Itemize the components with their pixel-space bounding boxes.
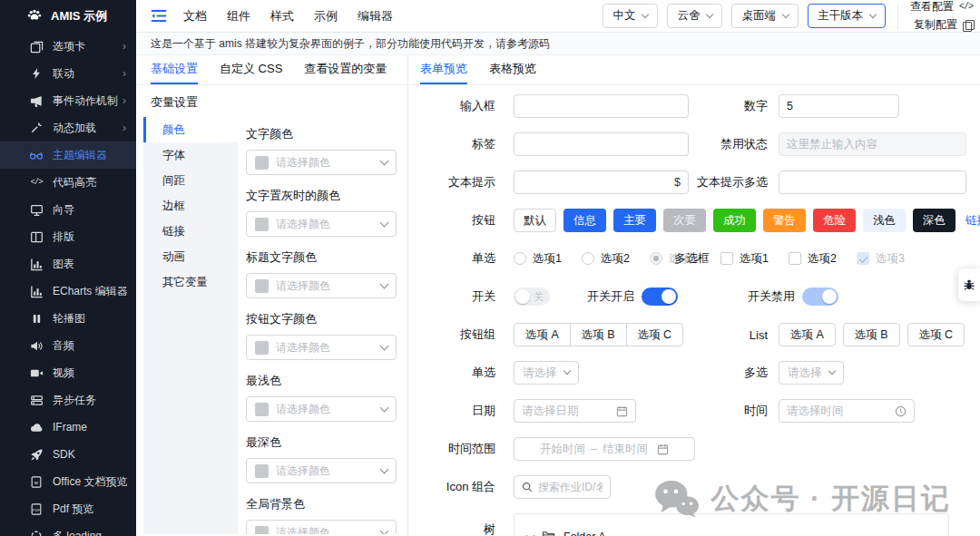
sidebar-item-event-action[interactable]: 事件动作机制 › [0, 87, 136, 114]
checkbox-option[interactable]: 选项2 [789, 251, 837, 267]
tab-custom-css[interactable]: 自定义 CSS [220, 55, 282, 84]
radio-option[interactable]: 选项2 [582, 251, 630, 267]
loading-icon [29, 529, 44, 536]
light-button[interactable]: 浅色 [863, 209, 906, 232]
chevron-down-icon [380, 156, 389, 165]
form-row: 日期 请选择日期 时间 请选择时间 [409, 399, 980, 423]
version-dropdown[interactable]: 主干版本 [808, 4, 886, 28]
sidebar-item-iframe[interactable]: IFrame [0, 414, 136, 441]
color-picker-input[interactable]: 请选择颜色 [246, 211, 397, 237]
color-picker-input[interactable]: 请选择颜色 [246, 273, 397, 298]
color-swatch [255, 341, 269, 355]
sidebar-item-async-task[interactable]: 异步任务 [0, 386, 136, 414]
tree-node-label[interactable]: Folder A [564, 531, 606, 536]
debug-toggle-button[interactable] [958, 268, 980, 301]
sidebar-item-chart[interactable]: 图表 [0, 250, 136, 278]
theme-dropdown[interactable]: 云舍 [667, 4, 722, 28]
top-header: 文档 组件 样式 示例 编辑器 中文 云舍 桌面端 主干版本 查看配置 </> [136, 0, 980, 33]
primary-button[interactable]: 主要 [613, 209, 656, 232]
tab-basic-settings[interactable]: 基础设置 [151, 55, 198, 84]
nav-styles[interactable]: 样式 [270, 8, 294, 24]
nav-examples[interactable]: 示例 [314, 8, 338, 24]
language-dropdown[interactable]: 中文 [603, 4, 658, 28]
menu-fold-icon[interactable] [151, 9, 167, 23]
sidebar-item-pdf-preview[interactable]: PDF Pdf 预览 [0, 495, 136, 522]
sidebar-item-linkage[interactable]: 联动 › [0, 60, 136, 87]
list-option[interactable]: 选项 C [907, 323, 965, 346]
sidebar-item-multi-loading[interactable]: 多 loading [0, 522, 136, 536]
tag-input[interactable] [514, 132, 689, 156]
default-button[interactable]: 默认 [514, 209, 556, 232]
sidebar-item-theme-editor[interactable]: 主题编辑器 [0, 141, 136, 169]
copy-config-button[interactable]: 复制配置 [910, 17, 973, 33]
list-option[interactable]: 选项 B [843, 323, 900, 346]
sidebar-item-echarts-editor[interactable]: ECharts 编辑器 [0, 278, 136, 305]
search-input[interactable]: 搜索作业ID/名称 [514, 475, 611, 499]
var-nav-font[interactable]: 字体 [143, 142, 238, 168]
switch-off[interactable]: 关 [514, 287, 550, 306]
var-nav-border[interactable]: 边框 [143, 193, 238, 219]
color-picker-input[interactable]: 请选择颜色 [246, 458, 397, 483]
tab-form-preview[interactable]: 表单预览 [420, 55, 467, 84]
monitor-icon [29, 202, 44, 217]
sidebar-item-code-highlight[interactable]: </> 代码高亮 [0, 169, 136, 196]
var-nav-spacing[interactable]: 间距 [143, 168, 238, 193]
date-picker[interactable]: 请选择日期 [514, 399, 636, 423]
button-group-option[interactable]: 选项 C [626, 323, 684, 346]
date-range-picker[interactable]: 开始时间 – 结束时间 [514, 437, 695, 461]
sidebar-item-audio[interactable]: 音频 [0, 332, 136, 359]
var-nav-other[interactable]: 其它变量 [143, 269, 238, 295]
button-group-option[interactable]: 选项 A [514, 323, 571, 346]
var-nav-link[interactable]: 链接 [143, 219, 238, 244]
warning-button[interactable]: 警告 [763, 209, 806, 232]
nav-components[interactable]: 组件 [227, 8, 250, 24]
secondary-button[interactable]: 次要 [663, 209, 706, 232]
switch-on[interactable] [642, 287, 678, 306]
var-nav-color[interactable]: 颜色 [143, 117, 238, 142]
color-picker-input[interactable]: 请选择颜色 [246, 150, 397, 175]
danger-button[interactable]: 危险 [813, 209, 856, 232]
sidebar-item-dynamic-load[interactable]: 动态加载 › [0, 114, 136, 141]
dark-button[interactable]: 深色 [913, 209, 956, 232]
nav-editor[interactable]: 编辑器 [358, 8, 393, 24]
tab-table-preview[interactable]: 表格预览 [489, 55, 536, 84]
chevron-down-icon [869, 10, 877, 17]
chevron-down-icon [380, 218, 389, 227]
color-picker-input[interactable]: 请选择颜色 [246, 520, 397, 534]
nav-docs[interactable]: 文档 [183, 8, 207, 24]
single-select[interactable]: 请选择 [514, 361, 579, 385]
text-hint-multi-input[interactable] [779, 171, 966, 194]
sidebar-item-tabs[interactable]: 选项卡 › [0, 33, 136, 60]
number-input[interactable]: 5 [779, 94, 899, 118]
radio-option[interactable]: 选项1 [514, 251, 562, 267]
success-button[interactable]: 成功 [713, 209, 756, 232]
checkbox-option[interactable]: 选项1 [720, 251, 769, 267]
text-hint-input[interactable]: $ [514, 171, 689, 194]
var-nav-animation[interactable]: 动画 [143, 244, 238, 269]
button-group-option[interactable]: 选项 B [570, 323, 627, 346]
multi-select[interactable]: 请选择 [779, 361, 844, 385]
sidebar-item-sdk[interactable]: SDK [0, 441, 136, 468]
sidebar-item-video[interactable]: 视频 [0, 359, 136, 386]
color-picker-input[interactable]: 请选择颜色 [246, 396, 397, 422]
sidebar-item-typesetting[interactable]: 排版 [0, 223, 136, 250]
app-logo[interactable]: AMIS 示例 [0, 0, 136, 33]
time-picker[interactable]: 请选择时间 [779, 399, 915, 423]
divider [897, 3, 898, 30]
chevron-down-icon [563, 367, 570, 375]
sidebar-item-carousel[interactable]: 轮播图 [0, 305, 136, 332]
text-input[interactable] [514, 94, 689, 118]
form-row: 开关 关 开关开启 开关禁用 [409, 285, 980, 308]
color-picker-input[interactable]: 请选择颜色 [246, 335, 397, 360]
chevron-down-icon[interactable] [526, 531, 535, 536]
view-config-button[interactable]: 查看配置 </> [910, 0, 973, 15]
link-button[interactable]: 链接 [963, 209, 980, 232]
color-swatch [255, 279, 269, 293]
sidebar-item-wizard[interactable]: 向导 [0, 196, 136, 223]
device-dropdown[interactable]: 桌面端 [731, 4, 799, 28]
info-button[interactable]: 信息 [564, 209, 606, 232]
switch-disabled [802, 287, 838, 306]
tab-view-variables[interactable]: 查看设置的变量 [304, 55, 387, 84]
list-option[interactable]: 选项 A [779, 323, 836, 346]
sidebar-item-office-preview[interactable]: w Office 文档预览 [0, 468, 136, 495]
